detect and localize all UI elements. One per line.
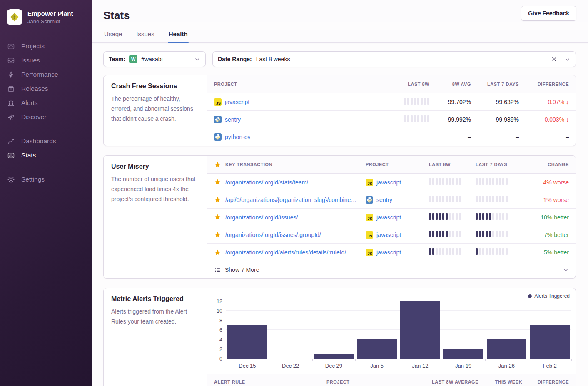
alert-rule-table-header: Alert Rule Project Last 8W Average This … (207, 374, 576, 386)
sidebar-item-dashboards[interactable]: Dashboards (0, 134, 92, 148)
sparkline (476, 231, 508, 237)
bar[interactable] (443, 349, 483, 359)
bar[interactable] (314, 354, 354, 359)
y-tick-label: 12 (217, 299, 222, 304)
project-link[interactable]: javascript (376, 249, 401, 256)
python-platform-icon (366, 196, 373, 204)
org-switcher[interactable]: Empower Plant Jane Schmidt (0, 7, 92, 25)
tab-issues[interactable]: Issues (135, 30, 155, 42)
sidebar-nav: ProjectsIssuesPerformanceReleasesAlertsD… (0, 39, 92, 187)
sidebar-item-projects[interactable]: Projects (0, 39, 92, 53)
team-select[interactable]: Team: W #wasabi (103, 51, 206, 67)
legend-dot-icon (528, 294, 532, 298)
date-range-value: Last 8 weeks (256, 56, 546, 62)
clear-date-icon[interactable] (551, 56, 557, 62)
x-tick-label: Dec 22 (282, 363, 299, 369)
user-misery-panel: User Misery The number of unique users t… (103, 155, 576, 279)
panel-subtitle: Alerts triggered from the Alert Rules yo… (111, 307, 199, 327)
metric-alerts-body: Alerts Triggered 024681012 Dec 15Dec 22D… (207, 288, 576, 386)
y-tick-label: 2 (219, 346, 222, 352)
x-tick-label: Dec 29 (325, 363, 342, 369)
star-icon (214, 179, 221, 186)
column-header: Project (214, 82, 381, 87)
project-link[interactable]: javascript (376, 179, 401, 186)
sparkline (429, 196, 461, 202)
x-tick-label: Jan 5 (370, 363, 384, 369)
show-more-button[interactable]: Show 7 More (207, 261, 576, 278)
give-feedback-button[interactable]: Give Feedback (521, 6, 576, 21)
sidebar-item-label: Alerts (21, 99, 38, 107)
change-value: 5% better (544, 249, 569, 256)
difference-value: 0.07% ↓ (548, 99, 569, 105)
bar[interactable] (227, 325, 267, 359)
column-header: Change (548, 162, 569, 167)
user-name: Jane Schmidt (27, 18, 73, 25)
change-value: 10% better (541, 214, 569, 221)
sidebar-item-label: Stats (21, 152, 36, 159)
page-header: Stats Give Feedback (92, 0, 588, 22)
sidebar-item-issues[interactable]: Issues (0, 53, 92, 67)
metric-alerts-panel: Metric Alerts Triggered Alerts triggered… (103, 288, 576, 386)
sidebar-item-stats[interactable]: Stats (0, 148, 92, 162)
chevron-down-icon (564, 56, 571, 62)
tab-usage[interactable]: Usage (103, 30, 123, 42)
transaction-link[interactable]: /organizations/:orgId/issues/ (225, 214, 298, 221)
sidebar-item-alerts[interactable]: Alerts (0, 96, 92, 110)
transaction-link[interactable]: /organizations/:orgId/issues/:groupId/ (225, 232, 321, 238)
sidebar-item-discover[interactable]: Discover (0, 110, 92, 124)
tab-health[interactable]: Health (168, 30, 189, 42)
project-cell: JSjavascript (366, 249, 429, 256)
sidebar-item-releases[interactable]: Releases (0, 82, 92, 96)
nav-group: Settings (0, 172, 92, 187)
project-link[interactable]: sentry (225, 116, 241, 123)
tab-bar: UsageIssuesHealth (92, 30, 588, 43)
project-link[interactable]: sentry (376, 197, 392, 203)
alerts-triggered-chart: Alerts Triggered 024681012 Dec 15Dec 22D… (207, 288, 576, 371)
arrow-down-icon: ↓ (566, 99, 569, 105)
table-row: sentry99.992%99.989%0.003% ↓ (207, 111, 576, 128)
column-header: Last 8W (429, 162, 476, 167)
change-value: 7% better (544, 232, 569, 238)
chevron-down-icon (194, 56, 200, 62)
chart-legend[interactable]: Alerts Triggered (213, 291, 571, 301)
bar[interactable] (357, 339, 397, 359)
project-cell: sentry (214, 116, 381, 123)
sidebar-item-performance[interactable]: Performance (0, 67, 92, 82)
y-tick-label: 10 (217, 308, 222, 314)
column-header: Project (326, 379, 412, 384)
transaction-link[interactable]: /api/0/organizations/{organization_slug}… (225, 197, 356, 203)
sparkline (476, 213, 508, 220)
x-axis-tick (571, 359, 572, 361)
project-link[interactable]: python-ov (225, 134, 250, 140)
x-tick-label: Dec 15 (239, 363, 256, 369)
project-link[interactable]: javascript (225, 99, 249, 105)
project-cell: python-ov (214, 133, 381, 141)
y-tick-label: 8 (219, 318, 222, 324)
transaction-link[interactable]: /organizations/:orgId/stats/team/ (225, 179, 308, 186)
bar[interactable] (530, 325, 570, 359)
project-link[interactable]: javascript (376, 214, 401, 221)
column-header: Difference (538, 82, 569, 87)
avg-8w-value: 99.992% (448, 116, 471, 123)
column-header: This Week (495, 379, 522, 384)
date-range-select[interactable]: Date Range: Last 8 weeks (212, 51, 576, 67)
y-tick-label: 6 (219, 327, 222, 333)
project-cell: JSjavascript (214, 98, 381, 106)
nav-group: ProjectsIssuesPerformanceReleasesAlertsD… (0, 39, 92, 124)
project-cell: sentry (366, 196, 429, 204)
chart-area: 024681012 (213, 301, 571, 359)
discover-icon (7, 113, 15, 121)
dashboards-icon (7, 137, 15, 145)
star-icon (214, 161, 221, 168)
python-platform-icon (214, 133, 222, 141)
gridline (226, 310, 571, 311)
bar[interactable] (400, 301, 440, 359)
project-link[interactable]: javascript (376, 232, 401, 238)
transaction-link[interactable]: /organizations/:orgId/alerts/rules/detai… (225, 249, 346, 256)
app-root: Empower Plant Jane Schmidt ProjectsIssue… (0, 0, 588, 386)
change-value: 1% worse (543, 197, 569, 203)
bar[interactable] (487, 339, 527, 359)
column-header: Last 8W Average (432, 379, 478, 384)
metric-alerts-description: Metric Alerts Triggered Alerts triggered… (104, 288, 207, 386)
sidebar-item-settings[interactable]: Settings (0, 172, 92, 187)
